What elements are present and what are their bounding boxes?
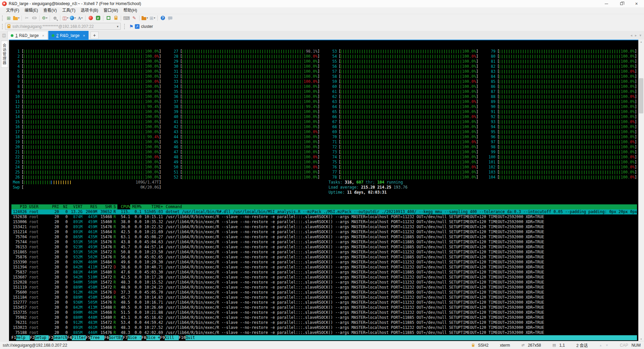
find-button[interactable]: [51, 14, 59, 22]
session-properties-button[interactable]: ⚙▾: [41, 14, 48, 22]
process-row[interactable]: 151119root200889M458M15472R48.90.010:24.…: [11, 285, 637, 290]
column-header-time[interactable]: TIME+: [142, 204, 163, 209]
process-row[interactable]: 75837root200881M449M15480R47.60.045:03.3…: [11, 270, 637, 275]
process-row[interactable]: 151184root200889M458M15464R45.70.010:14.…: [11, 295, 637, 300]
lock-button[interactable]: [112, 14, 119, 22]
tab-scroll-left-icon[interactable]: ◂: [630, 33, 632, 38]
highlighter-button[interactable]: ✎: [130, 14, 138, 22]
tab-menu-icon[interactable]: ▾: [639, 33, 641, 38]
fn-key-F6[interactable]: F6: [104, 335, 109, 340]
process-row[interactable]: 151865root200931M502M15472R50.80.010:23.…: [11, 250, 637, 255]
fn-key-F10[interactable]: F10: [179, 335, 186, 340]
column-header-cpu[interactable]: CPU%: [117, 204, 130, 209]
process-row[interactable]: 153390root200892M460M15484R49.60.010:29.…: [11, 260, 637, 265]
dropdown-caret-icon[interactable]: ▾: [81, 16, 83, 19]
fn-key-F1[interactable]: F1: [11, 335, 16, 340]
fn-key-F7[interactable]: F7: [123, 335, 127, 340]
help-button[interactable]: ?: [159, 14, 166, 22]
process-row[interactable]: 75876root200932M502M15476R56.60.045:02.6…: [11, 255, 637, 260]
flag-icon[interactable]: ⚑: [129, 24, 133, 29]
menu-item-5[interactable]: 窗口(W): [101, 7, 121, 14]
fn-key-F9[interactable]: F9: [160, 335, 165, 340]
terminal[interactable]: 1[100.0%]2[100.0%]3[100.0%]4[100.0%]5[10…: [9, 40, 638, 341]
status-session-count[interactable]: 2 会话: [576, 342, 588, 348]
session-tab-1[interactable]: 1R&D_large×: [7, 31, 48, 40]
column-header-pid[interactable]: PID: [11, 204, 27, 209]
scroll-down-icon[interactable]: ▼: [640, 338, 642, 340]
scrollbar-thumb[interactable]: [639, 78, 643, 113]
close-button[interactable]: ×: [629, 0, 644, 7]
fn-label-F10[interactable]: Quit: [185, 335, 200, 340]
process-row[interactable]: 75600root200912M482M15476D37.30.045:05.7…: [11, 290, 637, 295]
dropdown-caret-icon[interactable]: ▾: [147, 16, 148, 19]
process-row[interactable]: 75744root200931M501M15476R43.80.045:04.6…: [11, 240, 637, 245]
layout-button[interactable]: ⊞▾: [149, 14, 156, 22]
fn-key-F5[interactable]: F5: [86, 335, 91, 340]
address-input[interactable]: ssh://xieguigang:**********@192.168.0.20…: [5, 23, 121, 30]
xshell-button[interactable]: [87, 14, 94, 22]
tab-close-icon[interactable]: ×: [42, 34, 44, 38]
new-session-button[interactable]: ⊞: [5, 14, 12, 22]
menu-item-1[interactable]: 编辑(E): [22, 7, 41, 14]
process-row[interactable]: 75982root200880M448M15480R43.10.045:16.6…: [11, 315, 637, 320]
cluster-button[interactable]: cluster: [141, 24, 153, 29]
column-header-user[interactable]: USER: [27, 204, 48, 209]
process-row[interactable]: 76231root200912M483M15472R53.40.044:59.4…: [11, 320, 637, 325]
xftp-button[interactable]: ø: [94, 14, 102, 22]
tab-scroll-right-icon[interactable]: ▸: [635, 33, 637, 38]
dropdown-caret-icon[interactable]: ▾: [46, 16, 47, 19]
panel-toggle-icon[interactable]: ◫: [1, 33, 7, 38]
fn-label-F4[interactable]: Filter: [72, 335, 86, 340]
open-folder-button[interactable]: ▾: [12, 14, 20, 22]
address-dropdown-icon[interactable]: ▾: [116, 25, 119, 28]
fn-label-F5[interactable]: Tree: [90, 335, 104, 340]
fn-label-F8[interactable]: Nice +: [146, 335, 160, 340]
fn-label-F7[interactable]: Nice -: [127, 335, 142, 340]
fn-key-F2[interactable]: F2: [30, 335, 35, 340]
process-row[interactable]: 153607root200942M510M15472R42.50.010:17.…: [11, 275, 637, 280]
session-tab-2[interactable]: 2R&D_large×: [48, 31, 89, 40]
reconnect-button[interactable]: [31, 14, 38, 22]
process-row[interactable]: 76153root200923M493M15476R45.70.044:57.1…: [11, 245, 637, 250]
process-row[interactable]: 153421root200891M459M15476R36.00.010:22.…: [11, 225, 637, 230]
column-header-res[interactable]: RES: [83, 204, 97, 209]
fn-label-F9[interactable]: Kill: [165, 335, 179, 340]
disconnect-button[interactable]: ✂: [23, 14, 31, 22]
fn-label-F2[interactable]: Setup: [35, 335, 49, 340]
process-row[interactable]: 75704root200865M435M15476R63.10.045:08.2…: [11, 235, 637, 240]
status-terminal-type[interactable]: xterm: [500, 343, 510, 348]
column-header-s[interactable]: S: [112, 204, 117, 209]
column-header-virt[interactable]: VIRT: [68, 204, 83, 209]
shortcut-arrow-icon[interactable]: ↗: [135, 24, 140, 29]
encoding-globe-button[interactable]: ▾: [69, 14, 76, 22]
fullscreen-button[interactable]: [105, 14, 112, 22]
dropdown-caret-icon[interactable]: ▾: [74, 16, 76, 19]
process-table-header[interactable]: PIDUSERPRINIVIRTRESSHRSCPU%MEM%TIME+Comm…: [11, 204, 637, 209]
dropdown-caret-icon[interactable]: ▾: [67, 16, 68, 19]
dropdown-caret-icon[interactable]: ▾: [154, 16, 155, 19]
split-screen-button[interactable]: ◫▾: [62, 14, 69, 22]
process-row[interactable]: 152638root200874M445M15468R54.10.010:15.…: [11, 214, 637, 219]
menu-item-0[interactable]: 文件(F): [3, 7, 22, 14]
process-row[interactable]: 75188root200885M446M15476R48.30.042:02.6…: [11, 330, 637, 335]
minimize-button[interactable]: [599, 0, 614, 7]
column-header-shr[interactable]: SHR: [97, 204, 112, 209]
column-header-mem[interactable]: MEM%: [130, 204, 142, 209]
fn-key-F3[interactable]: F3: [49, 335, 53, 340]
keyboard-button[interactable]: ⌨: [122, 14, 130, 22]
process-row[interactable]: 124026root20013.2G2069M39652R115.0.151h0…: [11, 209, 637, 214]
font-button[interactable]: A▾: [76, 14, 84, 22]
fn-key-F8[interactable]: F8: [142, 335, 146, 340]
menu-item-6[interactable]: 帮助(H): [121, 7, 140, 14]
new-tab-button[interactable]: +: [91, 32, 99, 39]
terminal-scrollbar[interactable]: ▲ ▼: [638, 40, 644, 341]
process-row[interactable]: 153006root200891M459M15460R38.00.010:35.…: [11, 219, 637, 225]
menu-item-2[interactable]: 查看(V): [41, 7, 59, 14]
feedback-button[interactable]: [166, 14, 174, 22]
process-row[interactable]: 152777root200936M505M15476R48.50.010:16.…: [11, 300, 637, 305]
process-row[interactable]: 151214root200891M461M15464R42.50.010:21.…: [11, 230, 637, 235]
session-manager-tab[interactable]: 会话管理器: [1, 41, 8, 68]
column-header-ni[interactable]: NI: [59, 204, 68, 209]
restore-button[interactable]: [614, 0, 629, 7]
process-row[interactable]: 152028root200940M508M15472R48.30.010:15.…: [11, 280, 637, 285]
